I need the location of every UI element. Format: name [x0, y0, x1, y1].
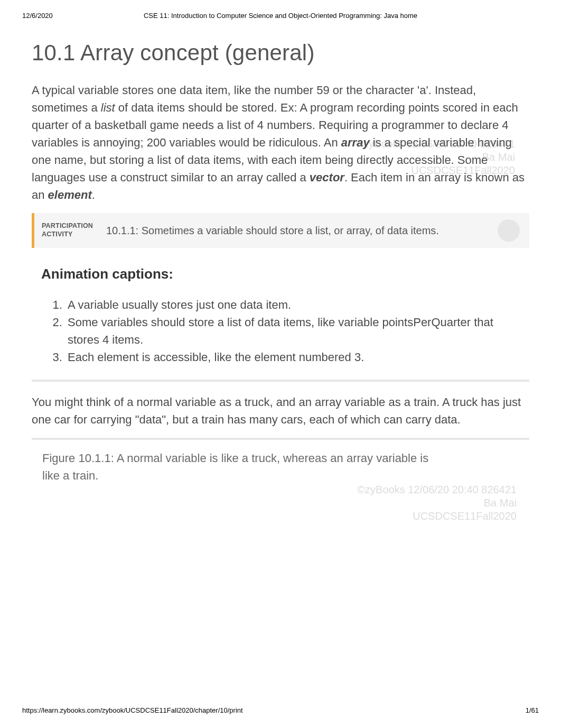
term-element: element	[48, 188, 92, 201]
print-footer-url: https://learn.zybooks.com/zybook/UCSDCSE…	[22, 706, 243, 714]
print-header-date: 12/6/2020	[22, 12, 53, 20]
watermark-line: ©zyBooks 12/06/20 20:40 826421	[357, 484, 517, 495]
truck-train-paragraph: You might think of a normal variable as …	[32, 393, 529, 428]
watermark-line: UCSDCSE11Fall2020	[413, 510, 517, 522]
intro-paragraph: A typical variable stores one data item,…	[32, 81, 529, 204]
content-area: ©zyBooks 12/06/20 20:40 826421 Ba Mai UC…	[22, 26, 539, 699]
print-header-title: CSE 11: Introduction to Computer Science…	[144, 12, 417, 20]
activity-label-line: ACTIVITY	[42, 231, 73, 238]
captions-heading: Animation captions:	[41, 266, 524, 282]
print-footer-page: 1/61	[526, 706, 539, 714]
figure-title: Figure 10.1.1: A normal variable is like…	[42, 449, 438, 484]
activity-title: 10.1.1: Sometimes a variable should stor…	[101, 225, 491, 237]
list-item: Each element is accessible, like the ele…	[66, 348, 524, 366]
activity-label-line: PARTICIPATION	[42, 222, 93, 229]
list-item: A variable usually stores just one data …	[66, 296, 524, 314]
watermark-line: Ba Mai	[484, 497, 517, 509]
activity-label: PARTICIPATION ACTIVITY	[42, 222, 101, 238]
para-text: .	[92, 188, 95, 201]
participation-activity-bar: PARTICIPATION ACTIVITY 10.1.1: Sometimes…	[32, 213, 529, 248]
list-item: Some variables should store a list of da…	[66, 314, 524, 348]
page: 12/6/2020 CSE 11: Introduction to Comput…	[0, 0, 561, 728]
watermark-bottom: ©zyBooks 12/06/20 20:40 826421 Ba Mai UC…	[357, 483, 517, 523]
animation-captions-box: Animation captions: A variable usually s…	[32, 248, 529, 382]
figure-box: ©zyBooks 12/06/20 20:40 826421 Ba Mai UC…	[32, 438, 529, 612]
term-vector: vector	[310, 171, 344, 184]
italic-list: list	[101, 101, 115, 114]
term-array: array	[341, 136, 370, 149]
captions-list: A variable usually stores just one data …	[41, 296, 524, 366]
activity-status-icon[interactable]	[498, 219, 520, 242]
section-title: 10.1 Array concept (general)	[32, 40, 529, 66]
